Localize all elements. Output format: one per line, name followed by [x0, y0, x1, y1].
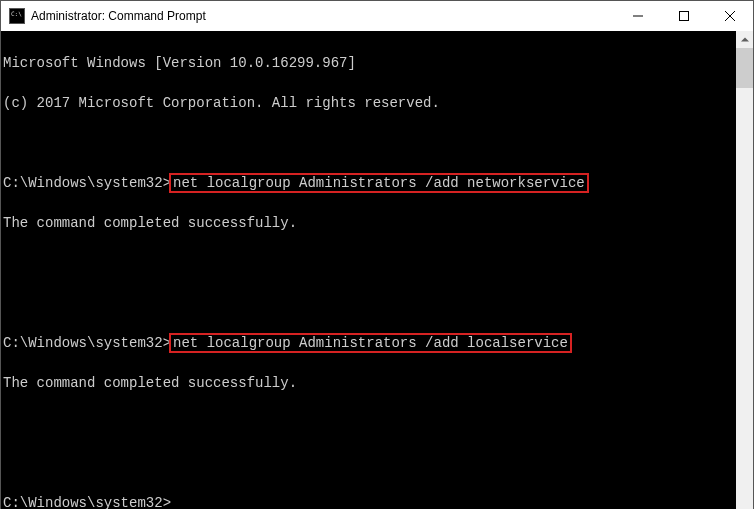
minimize-icon — [633, 11, 643, 21]
output-line: Microsoft Windows [Version 10.0.16299.96… — [3, 53, 736, 73]
prompt: C:\Windows\system32> — [3, 495, 171, 509]
vertical-scrollbar[interactable] — [736, 31, 753, 509]
close-button[interactable] — [707, 1, 753, 31]
prompt-line: C:\Windows\system32> — [3, 493, 736, 509]
prompt: C:\Windows\system32> — [3, 335, 171, 351]
window-title: Administrator: Command Prompt — [31, 9, 206, 23]
output-blank — [3, 133, 736, 153]
scrollbar-thumb[interactable] — [736, 48, 753, 88]
titlebar[interactable]: Administrator: Command Prompt — [1, 1, 753, 31]
scrollbar-track[interactable] — [736, 48, 753, 509]
maximize-button[interactable] — [661, 1, 707, 31]
prompt: C:\Windows\system32> — [3, 175, 171, 191]
command-prompt-window: Administrator: Command Prompt Microsoft … — [0, 0, 754, 509]
command-highlight: net localgroup Administrators /add netwo… — [169, 173, 589, 193]
output-line: The command completed successfully. — [3, 213, 736, 233]
prompt-line: C:\Windows\system32>net localgroup Admin… — [3, 333, 736, 353]
output-blank — [3, 293, 736, 313]
minimize-button[interactable] — [615, 1, 661, 31]
output-line: (c) 2017 Microsoft Corporation. All righ… — [3, 93, 736, 113]
output-blank — [3, 413, 736, 433]
scroll-up-button[interactable] — [736, 31, 753, 48]
close-icon — [725, 11, 735, 21]
output-blank — [3, 253, 736, 273]
console-output[interactable]: Microsoft Windows [Version 10.0.16299.96… — [1, 31, 736, 509]
maximize-icon — [679, 11, 689, 21]
app-icon — [9, 8, 25, 24]
chevron-up-icon — [741, 36, 749, 44]
prompt-line: C:\Windows\system32>net localgroup Admin… — [3, 173, 736, 193]
svg-rect-1 — [680, 12, 689, 21]
console-area: Microsoft Windows [Version 10.0.16299.96… — [1, 31, 753, 509]
output-line: The command completed successfully. — [3, 373, 736, 393]
command-highlight: net localgroup Administrators /add local… — [169, 333, 572, 353]
output-blank — [3, 453, 736, 473]
